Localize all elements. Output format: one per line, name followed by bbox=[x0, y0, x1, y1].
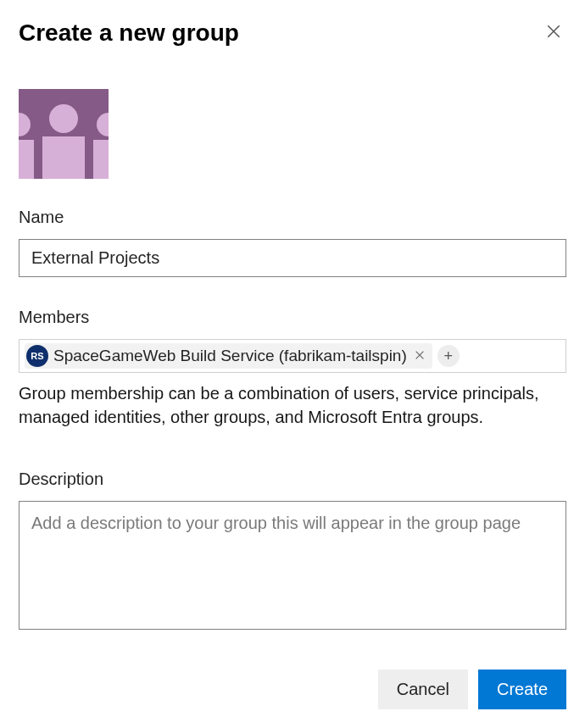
description-label: Description bbox=[19, 470, 566, 489]
avatar: RS bbox=[26, 345, 48, 367]
name-input[interactable] bbox=[19, 239, 566, 277]
members-label: Members bbox=[19, 308, 566, 327]
group-icon bbox=[19, 89, 109, 179]
create-button[interactable]: Create bbox=[478, 670, 566, 709]
close-icon bbox=[546, 24, 561, 42]
members-help-text: Group membership can be a combination of… bbox=[19, 381, 566, 429]
member-chip-label: SpaceGameWeb Build Service (fabrikam-tai… bbox=[53, 347, 407, 365]
plus-icon: + bbox=[444, 348, 454, 364]
close-icon bbox=[414, 349, 426, 364]
cancel-button[interactable]: Cancel bbox=[378, 670, 468, 709]
members-input[interactable]: RS SpaceGameWeb Build Service (fabrikam-… bbox=[19, 339, 566, 373]
add-member-button[interactable]: + bbox=[437, 345, 460, 367]
close-button[interactable] bbox=[541, 19, 566, 47]
dialog-title: Create a new group bbox=[19, 19, 239, 47]
description-input[interactable] bbox=[19, 501, 566, 630]
remove-member-button[interactable] bbox=[412, 347, 427, 365]
name-label: Name bbox=[19, 208, 566, 227]
member-chip: RS SpaceGameWeb Build Service (fabrikam-… bbox=[25, 343, 432, 369]
